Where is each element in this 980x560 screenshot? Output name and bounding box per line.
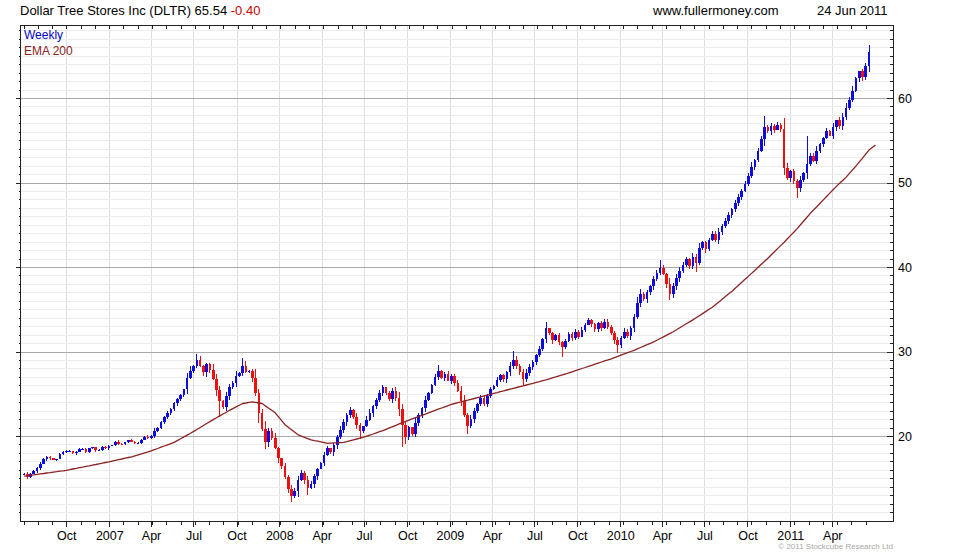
candle-body bbox=[672, 286, 675, 294]
x-axis-label: Oct bbox=[398, 529, 418, 543]
candle-body bbox=[267, 431, 270, 441]
candle-body bbox=[232, 383, 235, 387]
candle-body bbox=[597, 323, 600, 329]
candle-body bbox=[470, 419, 473, 427]
candle-body bbox=[287, 477, 290, 489]
candle-body bbox=[81, 449, 84, 450]
candle-body bbox=[809, 156, 812, 164]
candle-body bbox=[535, 355, 538, 362]
x-axis-label: Oct bbox=[227, 529, 247, 543]
candle-body bbox=[134, 442, 137, 443]
candle-body bbox=[613, 333, 616, 340]
candle-body bbox=[303, 473, 306, 480]
candle-body bbox=[633, 317, 636, 329]
candle-body bbox=[280, 458, 283, 466]
candle-body bbox=[329, 448, 332, 451]
candle-body bbox=[483, 398, 486, 403]
page-title: Dollar Tree Stores Inc (DLTR) 65.54 -0.4… bbox=[20, 3, 260, 18]
candle-body bbox=[727, 215, 730, 221]
candle-body bbox=[284, 466, 287, 477]
candle-body bbox=[486, 396, 489, 404]
candle-body bbox=[571, 334, 574, 338]
candle-body bbox=[424, 400, 427, 408]
candle-body bbox=[228, 387, 231, 396]
candle-body bbox=[166, 413, 169, 417]
candle-body bbox=[734, 203, 737, 209]
candle-body bbox=[59, 454, 62, 459]
candle-body bbox=[711, 234, 714, 241]
candle-body bbox=[404, 425, 407, 438]
candle-body bbox=[150, 436, 153, 438]
candle-body bbox=[842, 117, 845, 125]
candle-body bbox=[819, 144, 822, 151]
candle-body bbox=[241, 366, 244, 373]
candle-body bbox=[825, 131, 828, 139]
candle-body bbox=[623, 332, 626, 339]
candle-body bbox=[32, 471, 35, 474]
candle-body bbox=[336, 437, 339, 445]
candle-body bbox=[39, 464, 42, 469]
candle-body bbox=[763, 127, 766, 139]
candle-body bbox=[522, 372, 525, 379]
x-axis-label: Apr bbox=[312, 529, 331, 543]
candle-body bbox=[147, 437, 150, 438]
candle-body bbox=[659, 268, 662, 272]
x-axis-label: Apr bbox=[483, 529, 502, 543]
candle-body bbox=[137, 443, 140, 444]
candle-body bbox=[398, 398, 401, 410]
candle-body bbox=[460, 391, 463, 401]
candle-body bbox=[561, 342, 564, 347]
candle-body bbox=[176, 399, 179, 403]
candle-body bbox=[577, 332, 580, 337]
candle-body bbox=[737, 197, 740, 203]
candle-body bbox=[173, 403, 176, 409]
candle-body bbox=[245, 366, 248, 373]
candle-body bbox=[101, 447, 104, 450]
candle-body bbox=[218, 390, 221, 401]
candle-body bbox=[369, 413, 372, 420]
candle-body bbox=[776, 125, 779, 130]
candle-body bbox=[692, 257, 695, 265]
x-axis-label: Oct bbox=[57, 529, 77, 543]
candle-body bbox=[320, 463, 323, 469]
candle-body bbox=[202, 366, 205, 372]
x-axis-label: Apr bbox=[823, 529, 842, 543]
candle-body bbox=[434, 377, 437, 385]
candle-body bbox=[757, 151, 760, 160]
candle-body bbox=[838, 120, 841, 125]
candle-body bbox=[721, 226, 724, 232]
candle-body bbox=[773, 126, 776, 130]
candle-body bbox=[701, 242, 704, 248]
candle-body bbox=[600, 323, 603, 328]
candle-body bbox=[170, 409, 173, 413]
candle-body bbox=[316, 469, 319, 477]
candle-body bbox=[189, 371, 192, 378]
candle-body bbox=[222, 401, 225, 407]
candle-body bbox=[453, 376, 456, 384]
candle-body bbox=[261, 413, 264, 429]
candle-body bbox=[215, 379, 218, 390]
candle-body bbox=[75, 452, 78, 454]
candle-body bbox=[362, 426, 365, 431]
y-axis-label: 60 bbox=[898, 92, 912, 106]
candle-body bbox=[49, 457, 52, 459]
candle-body bbox=[130, 440, 133, 442]
x-axis-label: Jul bbox=[357, 529, 373, 543]
candle-body bbox=[212, 370, 215, 379]
candle-body bbox=[72, 451, 75, 454]
candle-body bbox=[564, 341, 567, 347]
candle-body bbox=[656, 273, 659, 280]
x-axis-label: 2010 bbox=[607, 529, 635, 543]
candle-body bbox=[104, 447, 107, 448]
candle-body bbox=[52, 458, 55, 460]
candle-body bbox=[551, 333, 554, 340]
candle-body bbox=[94, 447, 97, 450]
x-axis-label: Jul bbox=[697, 529, 713, 543]
candle-body bbox=[532, 362, 535, 367]
candle-body bbox=[832, 127, 835, 135]
candle-body bbox=[594, 324, 597, 329]
candle-body bbox=[186, 378, 189, 390]
candle-body bbox=[437, 371, 440, 377]
candle-body bbox=[114, 442, 117, 445]
candle-body bbox=[760, 139, 763, 151]
